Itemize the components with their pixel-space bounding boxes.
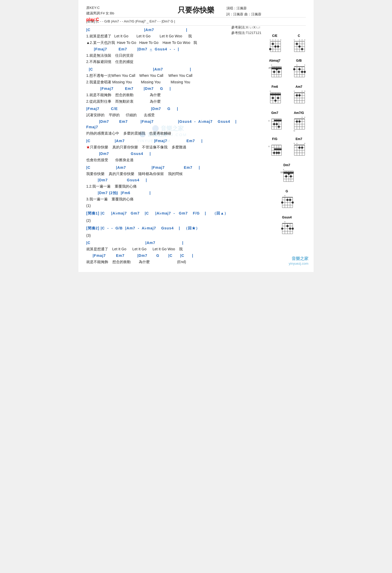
svg-point-184: [281, 201, 283, 204]
chord-C: C o o x: [289, 34, 309, 56]
svg-point-186: [289, 199, 291, 201]
svg-text:o: o: [284, 194, 286, 197]
section-interlude1: [間奏1] |C |A♭maj7 Gm7 |C |A♭maj7 - Gm7 F/…: [86, 211, 255, 216]
chord-line-1: |C |Am7 |: [86, 27, 255, 33]
section-chorus1: |C |Am7 |Fmaj7 Em7 | ★只要你快樂 真的只要你快樂 不管這像…: [86, 138, 255, 163]
original-key: 原KEY:C: [86, 5, 114, 11]
main-content: |C |Am7 | 1.就算是想通了 Let It Go Let It Go L…: [86, 27, 255, 265]
lyric-credit: 詞：汪佩蓉 曲：汪佩蓉: [226, 11, 261, 17]
svg-point-10: [272, 43, 274, 45]
chord-row-4: Gm7 x: [263, 111, 311, 135]
svg-text:o: o: [294, 142, 295, 144]
chord-FG: F/G x: [264, 137, 285, 161]
chord-GB: G/B o x: [289, 59, 309, 82]
svg-point-94: [298, 94, 301, 96]
lyric-9: 我要你快樂 真的只要你快樂 隨時都為你保留 我的問候: [86, 171, 255, 177]
svg-point-199: [281, 228, 283, 230]
svg-text:x: x: [304, 64, 305, 66]
svg-point-49: [276, 68, 278, 70]
svg-text:G: G: [293, 130, 295, 132]
section-verse2: |C |Am7 | 1.想不透每一次When You Call When You…: [86, 67, 255, 105]
svg-text:4fr: 4fr: [268, 67, 271, 69]
chord-row-7: G o: [263, 189, 311, 213]
page: 原KEY:C 建議男調:F# 女:Bb play:C 只要你快樂 演唱：汪佩蓉 …: [78, 0, 314, 272]
svg-point-31: [301, 48, 303, 50]
svg-point-123: [296, 120, 298, 123]
svg-text:o: o: [304, 90, 305, 92]
svg-point-65: [304, 71, 306, 73]
chord-Gsus4: Gsus4 o: [276, 216, 297, 239]
svg-point-111: [276, 123, 278, 125]
chord-row-1: C/E: [263, 34, 311, 56]
lyric-1a: 1.就算是想通了 Let It Go Let It Go Let It Go W…: [86, 33, 255, 39]
chord-Abmaj7: Abmaj7 4fr: [264, 59, 285, 82]
lyric-2a: 1.就是無法強裝 往日的笑容: [86, 53, 255, 59]
svg-point-11: [274, 45, 276, 48]
svg-text:o: o: [296, 142, 298, 144]
chord-line-8: |Dm7 Gsus4 |: [86, 151, 255, 157]
svg-point-153: [298, 147, 301, 149]
svg-point-48: [273, 71, 275, 73]
svg-text:x: x: [278, 39, 279, 41]
svg-point-187: [292, 201, 294, 204]
svg-rect-139: [274, 148, 282, 150]
svg-rect-109: [274, 120, 282, 121]
svg-point-170: [285, 175, 287, 177]
svg-text:x: x: [270, 39, 271, 41]
svg-point-12: [277, 45, 279, 48]
meta-left: 原KEY:C 建議男調:F# 女:Bb play:C: [86, 5, 114, 23]
strum-info: 參考刷法:X↑↓↑X↑↓↑ 參考指法:T121T121: [231, 25, 261, 36]
page-title: 只要你快樂: [86, 5, 306, 15]
lyric-3b: 2.我還是會唱著 Missing You Missing You Missing…: [86, 79, 255, 85]
svg-point-29: [296, 43, 298, 45]
svg-text:o: o: [304, 116, 305, 118]
chord-line-9: |C |Am7 |Fmaj7 Em7 |: [86, 165, 255, 170]
chord-G: G o: [276, 189, 297, 213]
section-verse1: |C |Am7 | 1.就算是想通了 Let It Go Let It Go L…: [86, 27, 255, 65]
lyric-10a: 1.2.我一遍一遍 重覆我的心痛: [86, 183, 255, 190]
suggested-key: 建議男調:F# 女:Bb: [86, 11, 114, 16]
svg-point-80: [274, 100, 276, 102]
chord-Am7G: Am7/G o o G: [289, 111, 309, 135]
svg-text:x: x: [283, 168, 284, 171]
play-key: play:C: [86, 16, 114, 23]
chord-line-2: |Fmaj7 Em7 |Dm7 – Gsus4 - - |: [86, 47, 255, 52]
interlude2-line: [間奏2] |C - - G/B |Am7 - A♭maj7 Gsus4 | （…: [86, 225, 255, 231]
svg-point-112: [278, 126, 280, 128]
lyric-3a: 1.想不透每一次When You Call When You Call When…: [86, 73, 255, 79]
svg-text:x: x: [268, 119, 270, 122]
svg-point-30: [298, 45, 301, 48]
chord-line-5: |Fmaj7 C/E |Dm7 G |: [86, 106, 255, 112]
svg-point-154: [301, 147, 303, 149]
lyric-outro1: 就算是想通了 Let It Go Let It Go Let It Go Woo…: [86, 246, 255, 252]
strum-pattern: 參考刷法:X↑↓↑X↑↓↑: [231, 25, 261, 30]
svg-text:o: o: [302, 116, 303, 118]
chord-line-outro2: |Fmaj7 Em7 |Dm7 G |C |C |: [86, 253, 255, 258]
singer: 演唱：汪佩蓉: [226, 5, 261, 11]
section-mark3: (3): [86, 233, 255, 239]
section-outro: |C |Am7 | 就算是想通了 Let It Go Let It Go Let…: [86, 240, 255, 265]
mark-3: (3): [86, 233, 255, 239]
svg-point-79: [272, 97, 274, 99]
svg-text:o: o: [302, 39, 303, 41]
svg-point-185: [286, 199, 289, 201]
header: 只要你快樂: [86, 5, 306, 15]
svg-text:o: o: [299, 39, 300, 41]
svg-text:x: x: [270, 90, 271, 92]
chord-line-6: |Dm7 Em7 |Fmaj7 |Gsus4 - A♭maj7 Gsus4 | …: [86, 119, 255, 130]
svg-text:o: o: [280, 39, 281, 41]
lyric-6: 灼熱的感覺直達心中 多麼的震撼我 也要勇敢觸碰: [86, 130, 255, 137]
chord-line-3: |C |Am7 |: [86, 67, 255, 72]
lyric-4a: 1.就是不能掩飾 想念的衝動 為什麼: [86, 92, 255, 98]
svg-point-171: [288, 173, 290, 175]
svg-point-62: [293, 68, 295, 70]
lyric-5: 試著安靜的 平靜的 仔細的 去感受: [86, 112, 255, 118]
chord-Am7: Am7 x o o: [289, 85, 309, 108]
svg-text:x: x: [294, 90, 295, 92]
svg-text:x: x: [294, 39, 295, 41]
svg-point-200: [286, 225, 289, 227]
chord-line-11: |Dm7 (2拍) |Fm6 |: [86, 190, 255, 196]
section-interlude2: [間奏2] |C - - G/B |Am7 - A♭maj7 Gsus4 | （…: [86, 225, 255, 231]
meta-right: 演唱：汪佩蓉 詞：汪佩蓉 曲：汪佩蓉: [226, 5, 261, 18]
lyric-7: ★只要你快樂 真的只要你快樂 不管這像不像我 多麼難過: [86, 144, 255, 151]
